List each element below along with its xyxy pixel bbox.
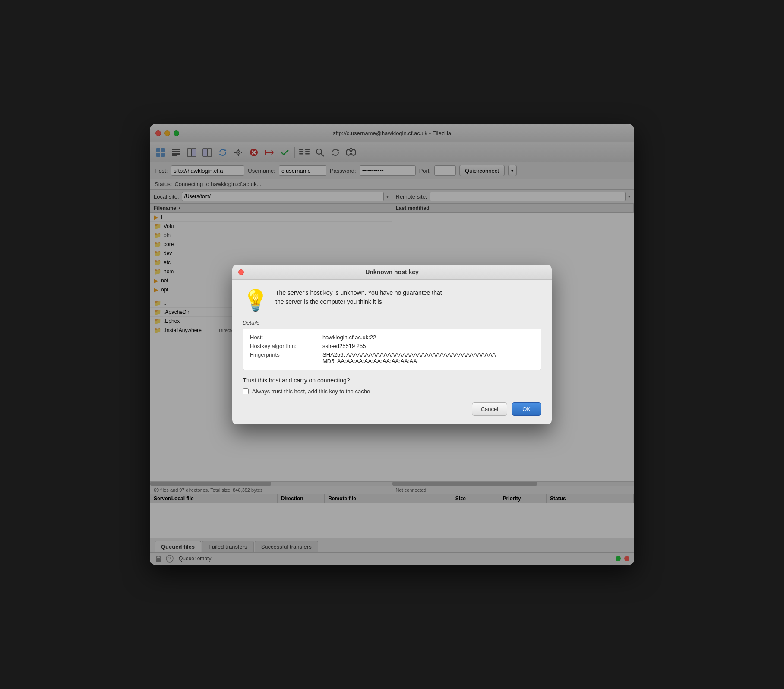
app-window: sftp://c.username@hawklogin.cf.ac.uk - F… — [150, 124, 634, 565]
modal-overlay: Unknown host key 💡 The server's host key… — [150, 124, 634, 565]
modal-details-label: Details — [243, 319, 541, 326]
modal-title-bar: Unknown host key — [232, 265, 552, 280]
lightbulb-icon: 💡 — [243, 288, 269, 313]
modal-message-line1: The server's host key is unknown. You ha… — [275, 288, 442, 297]
always-trust-checkbox[interactable] — [243, 388, 249, 394]
hostkey-detail-label: Hostkey algorithm: — [250, 343, 319, 349]
modal-message-text: The server's host key is unknown. You ha… — [275, 288, 442, 307]
cancel-button[interactable]: Cancel — [472, 402, 507, 416]
modal-hostkey-row: Hostkey algorithm: ssh-ed25519 255 — [250, 343, 534, 349]
modal-message-line2: the server is the computer you think it … — [275, 297, 442, 307]
fingerprints-detail-label: Fingerprints — [250, 351, 319, 364]
modal-close-button[interactable] — [238, 269, 244, 275]
fingerprints-detail-value: SHA256: AAAAAAAAAAAAAAAAAAAAAAAAAAAAAAAA… — [322, 351, 496, 364]
modal-trust-question: Trust this host and carry on connecting? — [243, 377, 541, 384]
modal-details-box: Host: hawklogin.cf.ac.uk:22 Hostkey algo… — [243, 329, 541, 370]
modal-fingerprints-row: Fingerprints SHA256: AAAAAAAAAAAAAAAAAAA… — [250, 351, 534, 364]
modal-title: Unknown host key — [365, 269, 419, 275]
host-detail-value: hawklogin.cf.ac.uk:22 — [322, 334, 376, 341]
modal-message-row: 💡 The server's host key is unknown. You … — [243, 288, 541, 313]
modal-host-row: Host: hawklogin.cf.ac.uk:22 — [250, 334, 534, 341]
modal-buttons: Cancel OK — [243, 402, 541, 416]
hostkey-detail-value: ssh-ed25519 255 — [322, 343, 366, 349]
host-detail-label: Host: — [250, 334, 319, 341]
modal-traffic-lights — [238, 269, 244, 275]
unknown-host-key-dialog: Unknown host key 💡 The server's host key… — [232, 265, 552, 424]
modal-body: 💡 The server's host key is unknown. You … — [232, 280, 552, 424]
always-trust-label: Always trust this host, add this key to … — [252, 388, 370, 395]
modal-checkbox-row: Always trust this host, add this key to … — [243, 388, 541, 395]
ok-button[interactable]: OK — [512, 402, 541, 416]
